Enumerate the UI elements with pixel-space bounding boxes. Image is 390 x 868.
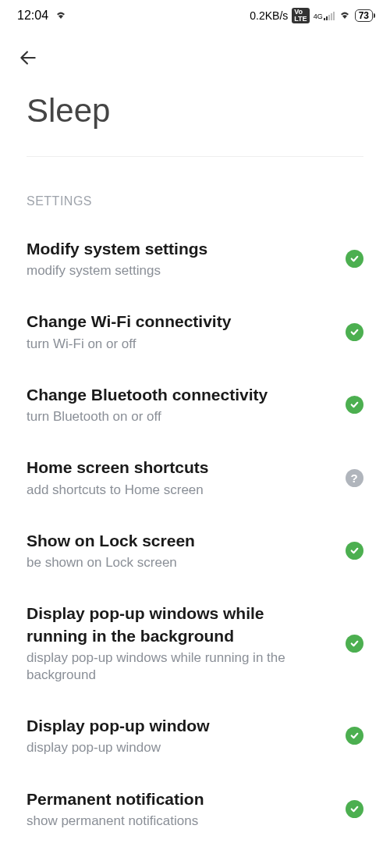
- back-button[interactable]: [17, 47, 39, 69]
- page-title: Sleep: [27, 92, 363, 130]
- arrow-left-icon: [18, 48, 38, 68]
- setting-text: Change Wi-Fi connectivityturn Wi-Fi on o…: [27, 311, 329, 352]
- setting-text: Display pop-up windows while running in …: [27, 603, 329, 684]
- svg-rect-2: [328, 15, 330, 20]
- setting-item[interactable]: Change Wi-Fi connectivityturn Wi-Fi on o…: [27, 295, 363, 368]
- volte-icon: VoLTE: [292, 8, 309, 23]
- status-time: 12:04: [17, 9, 48, 23]
- settings-list: Modify system settingsmodify system sett…: [0, 222, 390, 845]
- setting-desc: show permanent notifications: [27, 813, 329, 830]
- setting-title: Modify system settings: [27, 238, 329, 260]
- battery-indicator: 73: [355, 9, 373, 22]
- data-rate: 0.2KB/s: [250, 9, 288, 22]
- title-area: Sleep: [0, 76, 390, 156]
- setting-text: Permanent notificationshow permanent not…: [27, 788, 329, 830]
- svg-rect-3: [331, 13, 332, 20]
- setting-title: Change Wi-Fi connectivity: [27, 311, 329, 333]
- wifi-icon: [55, 9, 67, 23]
- svg-rect-4: [333, 12, 335, 20]
- setting-text: Show on Lock screenbe shown on Lock scre…: [27, 530, 329, 571]
- setting-title: Change Bluetooth connectivity: [27, 384, 329, 406]
- setting-item[interactable]: Display pop-up windows while running in …: [27, 587, 363, 699]
- setting-title: Display pop-up window: [27, 715, 329, 737]
- setting-desc: turn Bluetooth on or off: [27, 408, 329, 425]
- check-circle-icon: [345, 634, 363, 653]
- setting-item[interactable]: Change Bluetooth connectivityturn Blueto…: [27, 368, 363, 441]
- setting-title: Display pop-up windows while running in …: [27, 603, 329, 647]
- wifi-icon: [339, 9, 351, 22]
- setting-desc: display pop-up windows while running in …: [27, 649, 329, 684]
- check-circle-icon: [345, 541, 363, 560]
- navigation-bar: [0, 31, 390, 76]
- setting-desc: display pop-up window: [27, 739, 329, 756]
- check-circle-icon: [345, 322, 363, 341]
- svg-rect-0: [324, 18, 325, 20]
- section-header: SETTINGS: [0, 157, 390, 222]
- setting-desc: be shown on Lock screen: [27, 554, 329, 571]
- status-bar-left: 12:04: [17, 9, 67, 23]
- setting-desc: turn Wi-Fi on or off: [27, 336, 329, 353]
- setting-title: Home screen shortcuts: [27, 457, 329, 478]
- check-circle-icon: [345, 799, 363, 818]
- check-circle-icon: [345, 396, 363, 414]
- svg-rect-1: [326, 16, 328, 20]
- setting-title: Permanent notification: [27, 788, 329, 810]
- signal-icon: 4G: [314, 12, 335, 20]
- setting-text: Change Bluetooth connectivityturn Blueto…: [27, 384, 329, 425]
- check-circle-icon: [345, 250, 363, 269]
- setting-text: Display pop-up windowdisplay pop-up wind…: [27, 715, 329, 756]
- check-circle-icon: [345, 727, 363, 745]
- question-circle-icon: ?: [345, 468, 363, 487]
- setting-desc: add shortcuts to Home screen: [27, 482, 329, 499]
- setting-text: Modify system settingsmodify system sett…: [27, 238, 329, 279]
- setting-text: Home screen shortcutsadd shortcuts to Ho…: [27, 457, 329, 498]
- status-bar-right: 0.2KB/s VoLTE 4G 73: [250, 8, 373, 23]
- setting-desc: modify system settings: [27, 262, 329, 279]
- setting-item[interactable]: Permanent notificationshow permanent not…: [27, 773, 363, 845]
- setting-item[interactable]: Display pop-up windowdisplay pop-up wind…: [27, 699, 363, 772]
- status-bar: 12:04 0.2KB/s VoLTE 4G 73: [0, 0, 390, 31]
- setting-item[interactable]: Show on Lock screenbe shown on Lock scre…: [27, 514, 363, 587]
- setting-item[interactable]: Home screen shortcutsadd shortcuts to Ho…: [27, 441, 363, 514]
- setting-title: Show on Lock screen: [27, 530, 329, 552]
- setting-item[interactable]: Modify system settingsmodify system sett…: [27, 222, 363, 295]
